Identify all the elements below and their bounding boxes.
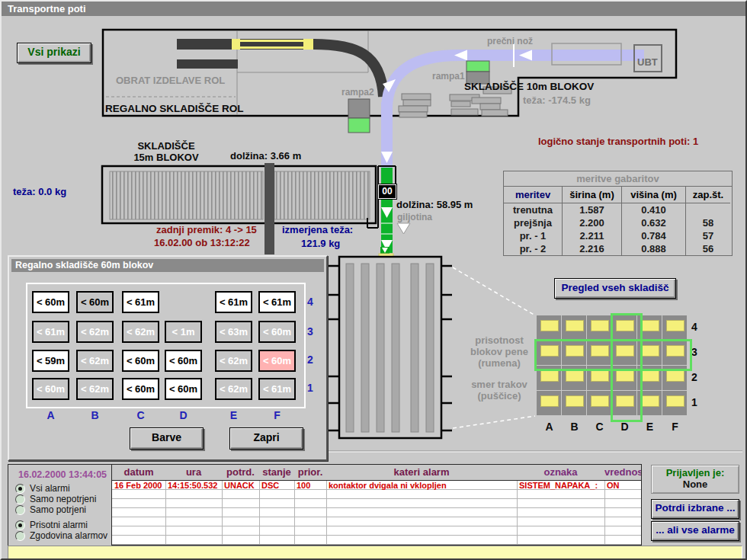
vse-alarme-button[interactable]: ... ali vse alarme [651, 521, 739, 541]
radio-icon[interactable] [15, 494, 25, 504]
cell-C3-button[interactable]: < 62m [122, 321, 159, 343]
cell-A3-button[interactable]: < 61m [32, 321, 69, 343]
radio-icon[interactable] [15, 505, 25, 515]
window-title: Transportne poti [8, 3, 86, 14]
vsi-prikazi-button[interactable]: Vsi prikazi [17, 43, 91, 63]
storage-cell [562, 341, 586, 365]
filter-zgodovina-alarmov[interactable]: Zgodovina alarmov [15, 530, 107, 541]
cell-A4-button[interactable]: < 60m [32, 291, 69, 313]
storage-cell [612, 391, 636, 415]
grid-col-label: B [562, 421, 587, 433]
cell-F3-button[interactable]: < 60m [258, 321, 296, 343]
popup-titlebar[interactable]: Regalno skladišče 60m blokov [11, 259, 324, 272]
filter-prisotni-alarmi[interactable]: Prisotni alarmi [15, 520, 88, 530]
rampa2-label: rampa2 [341, 87, 374, 98]
teza10-value: teža: -174.5 kg [523, 94, 591, 106]
grid-row-label: 2 [691, 371, 697, 383]
ubt-label: UBT [637, 56, 658, 68]
barve-button[interactable]: Barve [130, 427, 204, 450]
zapri-button[interactable]: Zapri [229, 427, 303, 450]
length-counter: 00 [378, 184, 396, 199]
cell-E4-button[interactable]: < 61m [215, 291, 252, 313]
alarm-col-header: oznaka [517, 465, 604, 480]
logged-in-label: Prijavljen je: [652, 467, 739, 478]
cell-A2-button[interactable]: < 59m [32, 350, 69, 372]
zadnji-premik-time: 16.02.00 ob 13:12:22 [154, 237, 250, 248]
conveyor-blue-top [457, 50, 644, 61]
cell-E1-button[interactable]: < 62m [215, 378, 252, 400]
cell-D2-button[interactable]: < 60m [165, 350, 202, 372]
radio-icon[interactable] [15, 520, 25, 530]
cell-C1-button[interactable]: < 60m [122, 378, 159, 400]
filter-vsi-alarmi[interactable]: Vsi alarmi [15, 483, 70, 494]
storage-overview-grid [537, 315, 687, 415]
gabarit-cell: 56 [686, 242, 730, 255]
cell-A1-button[interactable]: < 60m [32, 378, 69, 400]
storage-cell [637, 315, 662, 340]
potrdi-izbrane-button[interactable]: Potrdi izbrane ... [651, 499, 739, 519]
teza15-value: teža: 0.0 kg [13, 186, 66, 197]
smer-trakov-label-1: smer trakov [457, 379, 541, 390]
storage-cell [662, 315, 687, 340]
pregled-vseh-skladisc-button[interactable]: Pregled vseh skladišč [554, 278, 676, 299]
gabarit-cell: 0.784 [622, 229, 686, 242]
cell-B4-button[interactable]: < 60m [76, 291, 114, 313]
cell-E3-button[interactable]: < 63m [215, 321, 252, 343]
grid-col-label: C [587, 421, 612, 433]
cell-D1-button[interactable]: < 60m [165, 378, 202, 400]
alarm-panel: 16.02.2000 13:44:05 Vsi alarmi Samo nepo… [2, 456, 747, 560]
cell-C2-button[interactable]: < 60m [122, 350, 159, 372]
cell-B2-button[interactable]: < 62m [76, 350, 114, 372]
skladisce10-label: SKLADIŠČE 10m BLOKOV [464, 81, 594, 92]
popup-col-label: A [32, 409, 69, 421]
cell-E2-button[interactable]: < 62m [215, 350, 252, 372]
zadnji-premik-value: zadnji premik: 4 -> 15 [156, 224, 257, 235]
logged-in-box: Prijavljen je: None [651, 465, 739, 494]
grid-col-label: A [537, 421, 562, 433]
storage-cell [612, 341, 636, 365]
rampa2-green [348, 118, 370, 133]
regalno-skladisce-popup: Regalno skladišče 60m blokov < 60m < 60m… [8, 255, 328, 461]
alarm-col-header: kateri alarm [326, 465, 517, 480]
storage-cell [562, 391, 586, 415]
alarm-col-header: ura [165, 465, 222, 480]
gabarit-cell: 0.888 [622, 242, 686, 255]
popup-col-label: E [215, 409, 252, 421]
alarm-table-header: datum ura potrd. stanje prior. kateri al… [112, 465, 641, 480]
filter-samo-nepotrjeni[interactable]: Samo nepotrjeni [15, 494, 96, 504]
storage-cell [637, 341, 662, 365]
grid-col-label: D [612, 421, 637, 433]
gabarit-cell: 2.211 [563, 229, 622, 242]
storage-cell [587, 315, 611, 340]
alarm-col-header: potrd. [222, 465, 259, 480]
radio-icon[interactable] [15, 484, 25, 494]
popup-row-label: 1 [307, 382, 313, 394]
alarm-col-header: datum [112, 465, 165, 480]
cell-C4-button[interactable]: < 61m [122, 291, 159, 313]
cell-D3-button[interactable]: < 1m [165, 321, 202, 343]
conveyor-15m-right [274, 171, 370, 219]
popup-col-label: B [76, 409, 114, 421]
gabarit-header: zap.št. [686, 187, 730, 203]
storage-cell [637, 391, 662, 415]
giljotina-label: giljotina [397, 212, 432, 222]
regalno-rol-label: REGALNO SKLADIŠČE ROL [105, 103, 244, 114]
cross-cutter-bar [264, 163, 274, 254]
cell-F2-button[interactable]: < 60m [258, 350, 296, 372]
gabarit-cell: trenutna [504, 203, 563, 216]
storage-cell [537, 391, 561, 415]
conveyor-black-short [177, 59, 238, 69]
storage-cell [587, 391, 611, 415]
cell-F4-button[interactable]: < 61m [258, 291, 296, 313]
filter-samo-potrjeni[interactable]: Samo potrjeni [15, 504, 86, 515]
cell-B1-button[interactable]: < 62m [76, 378, 114, 400]
popup-col-label: C [122, 409, 159, 421]
gabarit-cell: 0.410 [622, 203, 686, 216]
popup-row-label: 2 [307, 354, 313, 366]
grid-col-label: F [662, 421, 688, 433]
cell-B3-button[interactable]: < 62m [76, 321, 114, 343]
alarm-row[interactable]: 16 Feb 2000 14:15:50.532 UNACK DSC 100 k… [112, 481, 641, 490]
gabarit-header: meritev [504, 187, 563, 203]
radio-icon[interactable] [15, 531, 25, 541]
cell-F1-button[interactable]: < 61m [258, 378, 296, 400]
